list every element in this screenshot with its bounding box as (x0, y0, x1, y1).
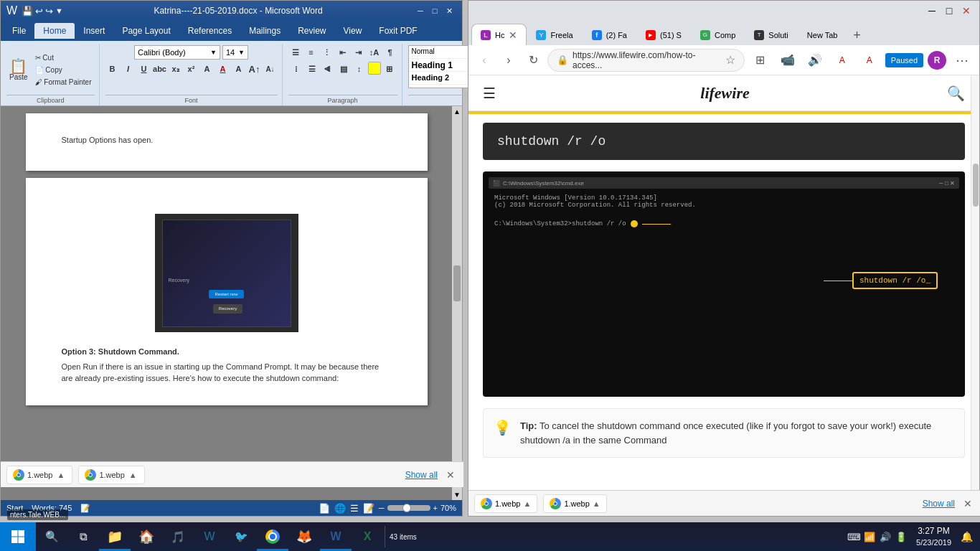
tab-solution[interactable]: T Soluti (745, 24, 798, 45)
zoom-out-btn[interactable]: ─ (379, 504, 385, 512)
task-view-btn[interactable]: ⧉ (67, 522, 99, 551)
view-normal-btn[interactable]: 📄 (319, 503, 330, 514)
recovery-btn2[interactable]: Recovery (213, 304, 242, 313)
grow-font-btn[interactable]: A↑ (248, 62, 262, 76)
word-doc-scroll[interactable]: Startup Options has open. Recovery Resta… (1, 106, 452, 500)
scroll-up-btn[interactable]: ▲ (453, 108, 461, 116)
minimize-btn[interactable]: ─ (413, 4, 428, 18)
video-btn[interactable]: 📹 (776, 49, 799, 72)
address-box[interactable]: 🔒 https://www.lifewire.com/how-to-acces.… (547, 49, 745, 72)
download-item-1[interactable]: 1.webp ▲ (6, 466, 72, 484)
tab-freelance[interactable]: Y Freela (527, 24, 582, 45)
tab-youtube[interactable]: ▶ (51) S (636, 24, 691, 45)
customize-btn[interactable]: ▼ (55, 6, 63, 15)
tab-newtab[interactable]: New Tab (798, 24, 847, 45)
tab-review[interactable]: Review (289, 23, 334, 39)
browser-show-all-btn[interactable]: Show all (923, 499, 955, 509)
zoom-in-btn[interactable]: + (433, 504, 438, 512)
view-draft-btn[interactable]: 📝 (363, 503, 374, 514)
close-btn[interactable]: ✕ (442, 4, 456, 18)
read-aloud-btn[interactable]: 🔊 (804, 49, 826, 72)
cut-btn[interactable]: ✂ Cut (32, 52, 95, 63)
browser-vscrollbar[interactable] (971, 75, 979, 516)
tab-mailings[interactable]: Mailings (240, 23, 289, 39)
tab-insert[interactable]: Insert (75, 23, 113, 39)
browser-dl-chevron-2[interactable]: ▲ (593, 499, 600, 508)
font-size-box[interactable]: 14 ▼ (222, 45, 248, 60)
show-all-button[interactable]: Show all (405, 470, 438, 480)
shading-btn[interactable] (368, 62, 381, 75)
notification-btn[interactable]: 🔔 (958, 522, 974, 551)
font-size-chevron[interactable]: ▼ (238, 49, 245, 56)
excel-btn[interactable]: X (352, 522, 383, 551)
tab-home[interactable]: Home (34, 23, 75, 39)
show-marks-btn[interactable]: ¶ (383, 45, 397, 60)
browser-dl-item-2[interactable]: 1.webp ▲ (543, 494, 606, 513)
superscript-btn[interactable]: x² (184, 62, 199, 76)
acrobat2-btn[interactable]: A (858, 49, 881, 72)
network-icon[interactable]: 📶 (862, 522, 877, 551)
profile-btn[interactable]: R (928, 51, 946, 70)
zoom-thumb[interactable] (402, 504, 411, 512)
close-download-bar-btn[interactable]: ✕ (443, 469, 458, 481)
view-outline-btn[interactable]: ☰ (350, 503, 359, 514)
tab-page-layout[interactable]: Page Layout (113, 23, 179, 39)
lw-search-btn[interactable]: 🔍 (947, 85, 965, 102)
paused-btn[interactable]: Paused (885, 53, 923, 67)
file-explorer-btn[interactable]: 📁 (99, 522, 131, 551)
browser-restore-btn[interactable]: □ (942, 4, 956, 18)
browser-dl-chevron-1[interactable]: ▲ (523, 499, 531, 508)
font-color-btn[interactable]: A (216, 62, 230, 76)
volume-icon[interactable]: 🔊 (877, 522, 893, 551)
format-painter-btn[interactable]: 🖌 Format Painter (32, 77, 95, 88)
decrease-indent-btn[interactable]: ⇤ (336, 45, 350, 60)
tab-comp[interactable]: G Comp (691, 24, 745, 45)
bold-btn[interactable]: B (105, 62, 120, 76)
bullets-btn[interactable]: ☰ (288, 45, 303, 60)
download-chevron-1[interactable]: ▲ (55, 471, 66, 479)
chrome-btn[interactable] (257, 522, 288, 551)
undo-btn[interactable]: ↩ (35, 6, 43, 17)
tab-foxit[interactable]: Foxit PDF (370, 23, 425, 39)
browser-close-btn[interactable]: ✕ (959, 4, 974, 18)
italic-btn[interactable]: I (121, 62, 136, 76)
quick-save-btn[interactable]: 💾 (22, 6, 33, 17)
new-tab-btn[interactable]: + (847, 25, 867, 45)
subscript-btn[interactable]: x₂ (169, 62, 183, 76)
download-chevron-2[interactable]: ▲ (128, 471, 138, 479)
redo-btn[interactable]: ↪ (45, 6, 53, 17)
restore-btn[interactable]: □ (428, 4, 442, 18)
back-btn[interactable]: ‹ (474, 50, 494, 70)
highlight-btn[interactable]: A (232, 62, 246, 76)
font-name-box[interactable]: Calibri (Body) ▼ (134, 45, 220, 60)
lw-menu-btn[interactable]: ☰ (483, 85, 496, 102)
sort-btn[interactable]: ↕A (367, 45, 382, 60)
keyboard-icon[interactable]: ⌨ (846, 522, 862, 551)
browser-dl-item-1[interactable]: 1.webp ▲ (474, 494, 537, 513)
align-right-btn[interactable]: ⫷ (321, 62, 335, 76)
view-web-btn[interactable]: 🌐 (334, 503, 346, 514)
clear-format-btn[interactable]: A (200, 62, 215, 76)
underline-btn[interactable]: U (137, 62, 151, 76)
browser-close-dl-btn[interactable]: ✕ (961, 498, 975, 509)
music-btn[interactable]: 🎵 (162, 522, 194, 551)
tab-facebook[interactable]: f (2) Fa (583, 24, 636, 45)
browser-scroll-thumb[interactable] (973, 164, 979, 207)
reload-btn[interactable]: ↻ (523, 50, 543, 70)
line-spacing-btn[interactable]: ↕ (352, 62, 367, 76)
word-vscrollbar[interactable]: ▲ ▼ (452, 106, 462, 500)
paste-btn[interactable]: 📋 Paste (6, 49, 31, 92)
justify-btn[interactable]: ▤ (336, 62, 351, 76)
strikethrough-btn[interactable]: abc (153, 62, 167, 76)
tab-file[interactable]: File (4, 23, 34, 39)
numbering-btn[interactable]: ≡ (304, 45, 319, 60)
quick-styles-box[interactable]: Normal Heading 1 Heading 2 (408, 45, 471, 88)
tab-view[interactable]: View (335, 23, 371, 39)
restart-now-btn[interactable]: Restart now (209, 290, 243, 298)
firefox-btn[interactable]: 🦊 (288, 522, 320, 551)
acrobat-btn[interactable]: A (831, 49, 854, 72)
settings-btn[interactable]: ⋯ (951, 49, 974, 72)
battery-icon[interactable]: 🔋 (893, 522, 909, 551)
tab-references[interactable]: References (179, 23, 240, 39)
start-button[interactable] (0, 522, 36, 551)
